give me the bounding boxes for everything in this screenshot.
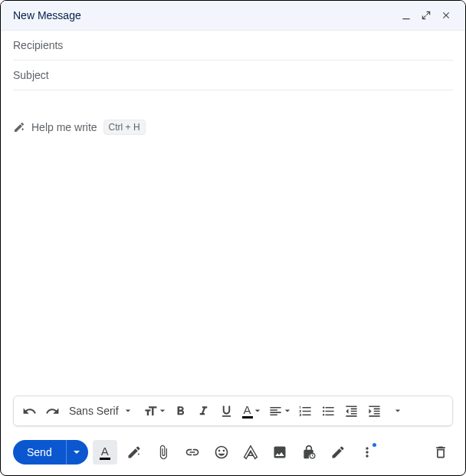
insert-drive-button[interactable] <box>238 440 263 465</box>
chevron-down-icon <box>125 408 131 414</box>
send-button[interactable]: Send <box>13 440 66 465</box>
insert-photo-button[interactable] <box>267 440 292 465</box>
minimize-icon <box>401 10 412 21</box>
recipients-input[interactable] <box>13 39 453 51</box>
font-family-dropdown[interactable]: Sans Serif <box>64 399 139 422</box>
help-me-write-button[interactable]: Help me write Ctrl + H <box>13 117 146 138</box>
svg-point-0 <box>138 454 139 455</box>
emoji-icon <box>214 445 229 460</box>
undo-icon <box>22 404 37 419</box>
more-options-button[interactable] <box>355 440 379 465</box>
attach-file-button[interactable] <box>151 440 176 465</box>
header-controls <box>399 8 453 22</box>
more-vert-icon <box>359 445 375 460</box>
text-color-icon: A <box>242 404 253 419</box>
italic-icon <box>196 404 211 419</box>
compose-bottom-bar: Send A <box>1 432 465 475</box>
formatting-toolbar: Sans Serif A <box>13 396 453 426</box>
align-left-icon <box>268 404 283 419</box>
underline-icon <box>219 404 234 419</box>
subject-input[interactable] <box>13 69 453 81</box>
send-options-button[interactable] <box>66 440 88 465</box>
expand-icon <box>421 10 432 21</box>
lock-clock-icon <box>301 445 317 460</box>
italic-button[interactable] <box>193 399 215 422</box>
notification-dot-icon <box>372 443 376 447</box>
recipients-field[interactable] <box>13 31 453 61</box>
sparkle-pen-icon <box>126 445 142 460</box>
format-a-icon: A <box>100 445 110 460</box>
image-icon <box>272 445 287 460</box>
chevron-down-icon <box>159 408 166 414</box>
drive-icon <box>243 445 258 460</box>
close-icon <box>441 10 451 21</box>
bold-icon <box>173 404 188 419</box>
indent-more-button[interactable] <box>364 399 386 422</box>
subject-field[interactable] <box>13 61 453 90</box>
sparkle-pen-icon <box>13 121 25 133</box>
redo-icon <box>45 404 60 419</box>
discard-draft-button[interactable] <box>428 440 453 465</box>
compose-body[interactable]: Help me write Ctrl + H <box>1 90 465 396</box>
indent-less-icon <box>344 404 359 419</box>
bulleted-list-button[interactable] <box>318 399 340 422</box>
chevron-down-icon <box>254 408 261 414</box>
insert-emoji-button[interactable] <box>209 440 234 465</box>
font-size-dropdown[interactable] <box>140 399 169 422</box>
more-formatting-dropdown[interactable] <box>387 399 409 422</box>
trash-icon <box>433 445 448 460</box>
numbered-list-button[interactable] <box>295 399 317 422</box>
compose-title: New Message <box>13 9 81 21</box>
attachment-icon <box>156 445 171 460</box>
formatting-options-button[interactable]: A <box>93 440 117 465</box>
insert-link-button[interactable] <box>180 440 205 465</box>
pen-icon <box>330 445 346 460</box>
fullscreen-button[interactable] <box>419 8 433 22</box>
help-me-write-label: Help me write <box>31 121 97 133</box>
help-me-write-shortcut: Ctrl + H <box>103 120 146 135</box>
chevron-down-icon <box>284 408 290 414</box>
text-color-dropdown[interactable]: A <box>239 399 264 422</box>
link-icon <box>185 445 200 460</box>
font-family-label: Sans Serif <box>69 405 119 417</box>
minimize-button[interactable] <box>399 8 413 22</box>
compose-header: New Message <box>1 1 465 31</box>
indent-less-button[interactable] <box>341 399 363 422</box>
bold-button[interactable] <box>170 399 192 422</box>
indent-more-icon <box>367 404 382 419</box>
chevron-down-icon <box>395 408 401 414</box>
undo-button[interactable] <box>18 399 40 422</box>
bulleted-list-icon <box>321 404 336 419</box>
compose-fields <box>1 31 465 90</box>
redo-button[interactable] <box>41 399 63 422</box>
chevron-down-icon <box>73 448 80 456</box>
align-dropdown[interactable] <box>265 399 294 422</box>
font-size-icon <box>143 404 158 419</box>
numbered-list-icon <box>298 404 313 419</box>
ai-write-button[interactable] <box>122 440 146 465</box>
confidential-mode-button[interactable] <box>297 440 321 465</box>
send-button-group: Send <box>13 440 88 465</box>
underline-button[interactable] <box>216 399 238 422</box>
insert-signature-button[interactable] <box>326 440 350 465</box>
close-button[interactable] <box>439 8 453 22</box>
